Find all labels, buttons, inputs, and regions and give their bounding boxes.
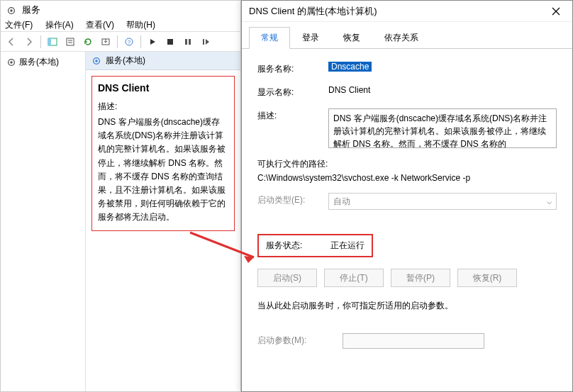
startup-hint: 当从此处启动服务时，你可指定所适用的启动参数。 [257,300,557,312]
service-status-label: 服务状态: [266,240,302,252]
display-name-value: DNS Client [328,85,557,95]
pause-service-button[interactable] [180,34,196,50]
toolbar: ? [1,32,240,52]
tree-root-item[interactable]: 服务(本地) [5,55,81,69]
startup-type-select: 自动 ⌵ [328,193,557,210]
export-button[interactable] [98,34,113,50]
exe-path-label: 可执行文件的路径: [257,158,328,170]
services-window: 服务 文件(F) 操作(A) 查看(V) 帮助(H) ? 服务(本地) [0,0,241,392]
close-button[interactable] [540,1,572,22]
menu-view[interactable]: 查看(V) [86,20,114,30]
tab-recovery[interactable]: 恢复 [331,27,372,49]
body-split: 服务(本地) 服务(本地) DNS Client 描述: DNS 客户端服务(d… [1,52,240,391]
show-hide-button[interactable] [45,34,60,50]
menu-action[interactable]: 操作(A) [45,20,74,30]
gear-icon [91,56,101,66]
back-button[interactable] [4,34,19,50]
tab-dependencies[interactable]: 依存关系 [372,27,430,49]
svg-rect-3 [48,38,51,45]
startup-type-label: 启动类型(E): [257,193,328,206]
detail-title: DNS Client [98,82,228,94]
control-button-row: 启动(S) 停止(T) 暂停(P) 恢复(R) [257,269,557,287]
status-highlight: 服务状态: 正在运行 [257,234,373,257]
display-name-label: 显示名称: [257,85,328,99]
start-button[interactable]: 启动(S) [257,269,317,287]
service-name-value[interactable]: Dnscache [328,62,372,72]
svg-text:?: ? [128,39,131,45]
start-param-label: 启动参数(M): [257,333,343,347]
menu-file[interactable]: 文件(F) [5,20,33,30]
start-param-input[interactable] [343,333,484,349]
svg-rect-11 [185,39,187,45]
dialog-body: 服务名称: Dnscache 显示名称: DNS Client 描述: DNS … [242,49,572,371]
svg-point-1 [10,9,13,12]
pause-button[interactable]: 暂停(P) [391,269,450,287]
gear-icon [6,57,16,67]
startup-type-value: 自动 [333,196,350,208]
svg-rect-13 [203,39,204,45]
detail-box: DNS Client 描述: DNS 客户端服务(dnscache)缓存域名系统… [91,76,235,231]
properties-dialog: DNS Client 的属性(本地计算机) 常规 登录 恢复 依存关系 服务名称… [241,0,573,392]
start-service-button[interactable] [145,34,160,50]
refresh-button[interactable] [80,34,96,50]
window-title-bar: 服务 [1,1,240,18]
properties-icon-button[interactable] [62,34,78,50]
stop-button[interactable]: 停止(T) [324,269,384,287]
desc-textbox[interactable]: DNS 客户端服务(dnscache)缓存域名系统(DNS)名称并注册该计算机的… [328,108,557,148]
right-pane: 服务(本地) DNS Client 描述: DNS 客户端服务(dnscache… [86,52,240,391]
right-pane-header: 服务(本地) [86,52,240,70]
svg-rect-12 [189,39,191,45]
tree-root-label: 服务(本地) [19,56,59,68]
detail-desc-text: DNS 客户端服务(dnscache)缓存域名系统(DNS)名称并注册该计算机的… [98,116,228,225]
svg-rect-4 [67,38,74,45]
tab-logon[interactable]: 登录 [290,27,331,49]
service-name-label: 服务名称: [257,62,328,75]
detail-desc-label: 描述: [98,101,228,113]
chevron-down-icon: ⌵ [547,196,552,206]
tab-general[interactable]: 常规 [249,27,290,49]
window-title: 服务 [22,4,40,15]
tree-pane: 服务(本地) [1,52,86,391]
dialog-title-bar: DNS Client 的属性(本地计算机) [242,1,572,22]
help-icon-button[interactable]: ? [121,34,137,50]
right-header-label: 服务(本地) [106,55,145,67]
service-status-value: 正在运行 [330,240,365,252]
svg-point-17 [95,60,98,62]
svg-rect-10 [167,39,173,45]
close-icon [552,7,560,16]
restart-service-button[interactable] [198,34,213,50]
menu-help[interactable]: 帮助(H) [126,20,155,30]
exe-path-value: C:\Windows\system32\svchost.exe -k Netwo… [257,173,470,183]
svg-point-15 [10,61,13,64]
resume-button[interactable]: 恢复(R) [457,269,517,287]
forward-button[interactable] [21,34,37,50]
dialog-title: DNS Client 的属性(本地计算机) [249,5,540,18]
gear-icon [6,6,16,16]
menu-bar: 文件(F) 操作(A) 查看(V) 帮助(H) [1,18,240,32]
stop-service-button[interactable] [162,34,178,50]
desc-label: 描述: [257,108,328,122]
tab-strip: 常规 登录 恢复 依存关系 [242,22,572,49]
